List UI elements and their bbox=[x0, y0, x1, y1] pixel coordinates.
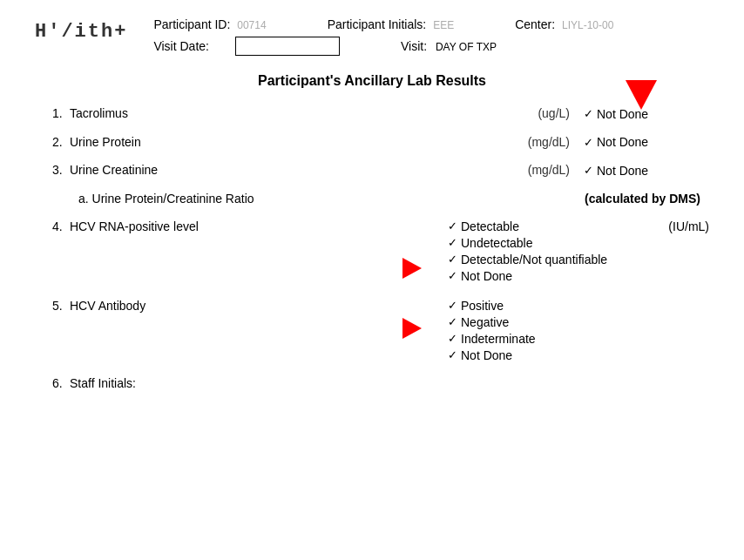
down-arrow-icon bbox=[626, 80, 657, 110]
item-3-urine-creatinine: 3. Urine Creatinine (mg/dL) ✓ Not Done bbox=[52, 163, 709, 178]
item-3-option: Not Done bbox=[597, 164, 648, 178]
sub-item-a-label: a. Urine Protein/Creatinine Ratio bbox=[78, 192, 585, 206]
hcv-antibody-option-negative: ✓ Negative bbox=[448, 315, 639, 329]
hcv-rna-option-not-done: ✓ Not Done bbox=[448, 269, 639, 283]
item-4-number: 4. bbox=[52, 219, 70, 233]
header-fields: Participant ID: 00714 Participant Initia… bbox=[153, 17, 709, 61]
sub-item-a-value: (calculated by DMS) bbox=[585, 192, 709, 206]
center-value: LIYL-10-00 bbox=[562, 19, 613, 31]
logo: H'/ith+ bbox=[35, 21, 127, 43]
item-6-staff-initials: 6. Staff Initials: bbox=[52, 376, 709, 390]
hcv-rna-option-undetectable: ✓ Undetectable bbox=[448, 236, 639, 250]
item-5-number: 5. bbox=[52, 299, 70, 313]
item-4-unit: (IU/mL) bbox=[639, 219, 709, 233]
hcv-antibody-option-not-done: ✓ Not Done bbox=[448, 348, 639, 362]
item-2-number: 2. bbox=[52, 135, 70, 149]
item-5-label: HCV Antibody bbox=[70, 299, 448, 313]
item-6-label: Staff Initials: bbox=[70, 376, 136, 390]
right-arrow-hcv-antibody bbox=[402, 318, 422, 339]
item-1-label: Tacrolimus bbox=[70, 106, 500, 120]
participant-id-label: Participant ID: 00714 bbox=[153, 17, 266, 31]
item-1-value: ✓ Not Done bbox=[570, 107, 709, 121]
item-3-number: 3. bbox=[52, 163, 70, 177]
item-5-hcv-antibody: 5. HCV Antibody ✓ Positive ✓ Negative ✓ … bbox=[52, 299, 709, 362]
hcv-antibody-option-positive: ✓ Positive bbox=[448, 299, 639, 313]
participant-initials-value: EEE bbox=[433, 19, 454, 31]
item-1-unit: (ug/L) bbox=[500, 106, 570, 120]
item-4-options: ✓ Detectable ✓ Undetectable ✓ Detectable… bbox=[448, 219, 639, 283]
content-area: 1. Tacrolimus (ug/L) ✓ Not Done 2. Urine… bbox=[35, 106, 709, 390]
check-icon: ✓ bbox=[584, 136, 593, 149]
item-4-hcv-rna: 4. HCV RNA-positive level ✓ Detectable ✓… bbox=[52, 219, 709, 283]
visit-label: Visit: DAY OF TXP bbox=[401, 39, 497, 53]
item-5-options: ✓ Positive ✓ Negative ✓ Indeterminate ✓ … bbox=[448, 299, 639, 362]
item-3-unit: (mg/dL) bbox=[500, 163, 570, 177]
item-1-number: 1. bbox=[52, 106, 70, 120]
visit-value: DAY OF TXP bbox=[436, 41, 497, 53]
visit-date-label: Visit Date: bbox=[153, 39, 209, 53]
item-6-number: 6. bbox=[52, 376, 70, 390]
item-2-label: Urine Protein bbox=[70, 135, 500, 149]
hcv-rna-option-detectable-not-quantifiable: ✓ Detectable/Not quantifiable bbox=[448, 253, 639, 267]
sub-item-a: a. Urine Protein/Creatinine Ratio (calcu… bbox=[78, 192, 709, 206]
hcv-antibody-option-indeterminate: ✓ Indeterminate bbox=[448, 332, 639, 346]
header-row-1: Participant ID: 00714 Participant Initia… bbox=[153, 17, 709, 31]
hcv-rna-option-detectable: ✓ Detectable bbox=[448, 219, 639, 233]
item-3-value: ✓ Not Done bbox=[570, 164, 709, 178]
item-4-label: HCV RNA-positive level bbox=[70, 219, 448, 233]
participant-id-value: 00714 bbox=[237, 19, 266, 31]
visit-date-input[interactable] bbox=[235, 37, 340, 56]
check-icon: ✓ bbox=[584, 164, 593, 177]
item-1-option: Not Done bbox=[597, 107, 648, 121]
participant-initials-label: Participant Initials: EEE bbox=[328, 17, 455, 31]
check-icon: ✓ bbox=[584, 107, 593, 120]
header-row-2: Visit Date: Visit: DAY OF TXP bbox=[153, 37, 709, 56]
item-3-label: Urine Creatinine bbox=[70, 163, 500, 177]
page-title: Participant's Ancillary Lab Results bbox=[35, 73, 709, 89]
item-2-urine-protein: 2. Urine Protein (mg/dL) ✓ Not Done bbox=[52, 135, 709, 150]
item-2-value: ✓ Not Done bbox=[570, 135, 709, 149]
header-section: H'/ith+ Participant ID: 00714 Participan… bbox=[35, 17, 709, 61]
item-2-option: Not Done bbox=[597, 135, 648, 149]
item-1-tacrolimus: 1. Tacrolimus (ug/L) ✓ Not Done bbox=[52, 106, 709, 121]
item-2-unit: (mg/dL) bbox=[500, 135, 570, 149]
right-arrow-hcv-rna bbox=[402, 258, 422, 279]
center-label: Center: LIYL-10-00 bbox=[515, 17, 613, 31]
